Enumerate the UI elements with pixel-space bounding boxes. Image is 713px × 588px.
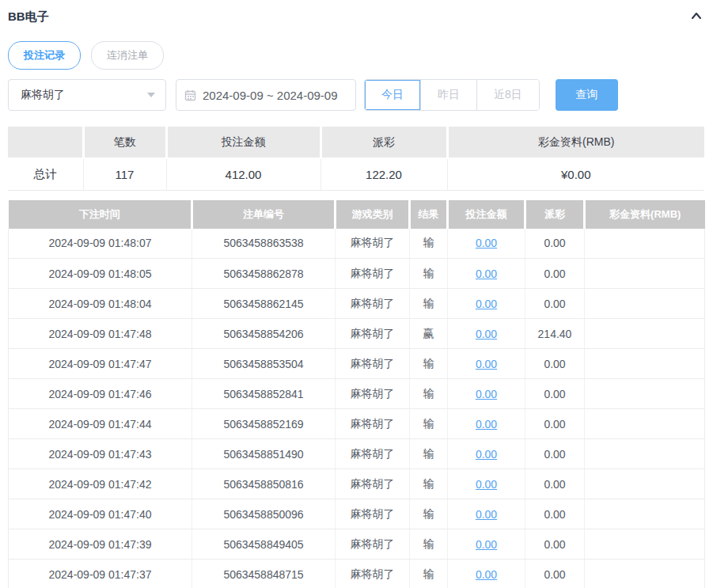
bet-amount-link[interactable]: 0.00 bbox=[476, 358, 497, 370]
chevron-down-icon bbox=[147, 93, 155, 97]
cell-bet-amount: 0.00 bbox=[448, 349, 525, 379]
cell-bet-number: 5063458848715 bbox=[192, 560, 336, 588]
cell-payout: 0.00 bbox=[525, 229, 585, 259]
quick-filter-yesterday[interactable]: 昨日 bbox=[421, 80, 477, 110]
cell-bonus bbox=[585, 529, 705, 560]
query-button[interactable]: 查询 bbox=[556, 79, 618, 111]
tab-bet-records[interactable]: 投注记录 bbox=[8, 41, 81, 70]
cell-bet-number: 5063458862145 bbox=[192, 289, 336, 319]
bet-amount-link[interactable]: 0.00 bbox=[476, 478, 497, 491]
cell-bet-number: 5063458850096 bbox=[192, 499, 336, 529]
cell-payout: 0.00 bbox=[525, 529, 585, 560]
cell-bet-amount: 0.00 bbox=[448, 229, 525, 259]
bet-amount-link[interactable]: 0.00 bbox=[476, 328, 497, 340]
cell-game-type: 麻将胡了 bbox=[336, 289, 410, 319]
bet-amount-link[interactable]: 0.00 bbox=[476, 388, 497, 400]
cell-bet-number: 5063458853504 bbox=[192, 349, 336, 379]
records-tbody: 2024-09-09 01:48:07 5063458863538 麻将胡了 输… bbox=[9, 229, 705, 588]
cell-bonus bbox=[585, 409, 705, 439]
cell-bet-amount: 0.00 bbox=[448, 259, 525, 289]
table-row: 2024-09-09 01:47:47 5063458853504 麻将胡了 输… bbox=[9, 349, 705, 379]
cell-game-type: 麻将胡了 bbox=[336, 529, 410, 560]
game-select-value: 麻将胡了 bbox=[21, 88, 65, 102]
panel-header: BB电子 bbox=[8, 8, 705, 25]
calendar-icon bbox=[184, 89, 196, 101]
cell-game-type: 麻将胡了 bbox=[336, 469, 410, 499]
cell-bet-time: 2024-09-09 01:47:46 bbox=[9, 379, 192, 409]
date-range-value: 2024-09-09 ~ 2024-09-09 bbox=[203, 89, 338, 102]
table-row: 2024-09-09 01:48:05 5063458862878 麻将胡了 输… bbox=[9, 259, 705, 289]
bet-amount-link[interactable]: 0.00 bbox=[476, 267, 497, 280]
cell-bonus bbox=[585, 499, 705, 529]
cell-bet-time: 2024-09-09 01:48:07 bbox=[9, 229, 192, 259]
summary-total-count: 117 bbox=[83, 158, 166, 190]
table-row: 2024-09-09 01:47:43 5063458851490 麻将胡了 输… bbox=[9, 439, 705, 469]
cell-bet-time: 2024-09-09 01:47:44 bbox=[9, 409, 192, 439]
summary-header-row: 笔数 投注金额 派彩 彩金资料(RMB) bbox=[8, 127, 704, 158]
cell-payout: 0.00 bbox=[525, 469, 585, 499]
cell-bonus bbox=[585, 259, 705, 289]
cell-bet-number: 5063458851490 bbox=[192, 439, 336, 469]
table-row: 2024-09-09 01:47:40 5063458850096 麻将胡了 输… bbox=[9, 499, 705, 529]
bet-amount-link[interactable]: 0.00 bbox=[476, 298, 497, 310]
cell-bet-amount: 0.00 bbox=[448, 439, 525, 469]
cell-payout: 0.00 bbox=[525, 289, 585, 319]
bet-amount-link[interactable]: 0.00 bbox=[476, 237, 497, 249]
chevron-up-icon bbox=[689, 9, 704, 25]
collapse-panel-button[interactable] bbox=[688, 8, 705, 25]
table-row: 2024-09-09 01:47:44 5063458852169 麻将胡了 输… bbox=[9, 409, 705, 439]
cell-bet-time: 2024-09-09 01:48:04 bbox=[9, 289, 192, 319]
cell-payout: 214.40 bbox=[525, 319, 585, 349]
cell-bet-number: 5063458850816 bbox=[192, 469, 336, 499]
tab-cancelled-bets[interactable]: 连消注单 bbox=[91, 41, 164, 70]
cell-game-type: 麻将胡了 bbox=[336, 229, 410, 259]
cell-bet-time: 2024-09-09 01:47:47 bbox=[9, 349, 192, 379]
cell-result: 输 bbox=[410, 409, 448, 439]
summary-header-payout: 派彩 bbox=[320, 127, 447, 158]
cell-bonus bbox=[585, 560, 705, 588]
cell-game-type: 麻将胡了 bbox=[336, 499, 410, 529]
cell-result: 输 bbox=[410, 439, 448, 469]
cell-result: 输 bbox=[410, 529, 448, 560]
quick-filter-today[interactable]: 今日 bbox=[365, 80, 421, 110]
summary-total-row: 总计 117 412.00 122.20 ¥0.00 bbox=[8, 158, 704, 190]
table-row: 2024-09-09 01:47:39 5063458849405 麻将胡了 输… bbox=[9, 529, 705, 560]
summary-total-bet-amount: 412.00 bbox=[166, 158, 320, 190]
summary-header-count: 笔数 bbox=[83, 127, 166, 158]
game-select[interactable]: 麻将胡了 bbox=[8, 79, 166, 111]
bet-amount-link[interactable]: 0.00 bbox=[476, 448, 497, 461]
bet-amount-link[interactable]: 0.00 bbox=[476, 568, 497, 581]
cell-bonus bbox=[585, 229, 705, 259]
page-title: BB电子 bbox=[8, 9, 49, 25]
cell-bet-time: 2024-09-09 01:47:40 bbox=[9, 499, 192, 529]
cell-bet-time: 2024-09-09 01:47:39 bbox=[9, 529, 192, 560]
cell-bet-amount: 0.00 bbox=[448, 409, 525, 439]
quick-filter-last8days[interactable]: 近8日 bbox=[477, 80, 539, 110]
table-row: 2024-09-09 01:47:37 5063458848715 麻将胡了 输… bbox=[9, 560, 705, 588]
cell-bet-number: 5063458849405 bbox=[192, 529, 336, 560]
cell-game-type: 麻将胡了 bbox=[336, 349, 410, 379]
cell-payout: 0.00 bbox=[525, 439, 585, 469]
cell-payout: 0.00 bbox=[525, 499, 585, 529]
cell-payout: 0.00 bbox=[525, 409, 585, 439]
cell-bonus bbox=[585, 379, 705, 409]
bet-amount-link[interactable]: 0.00 bbox=[476, 508, 497, 521]
summary-total-bonus: ¥0.00 bbox=[447, 158, 704, 190]
date-range-input[interactable]: 2024-09-09 ~ 2024-09-09 bbox=[176, 79, 356, 111]
cell-result: 输 bbox=[410, 349, 448, 379]
cell-bet-time: 2024-09-09 01:47:42 bbox=[9, 469, 192, 499]
cell-result: 输 bbox=[410, 229, 448, 259]
table-row: 2024-09-09 01:47:48 5063458854206 麻将胡了 赢… bbox=[9, 319, 705, 349]
summary-total-payout: 122.20 bbox=[320, 158, 447, 190]
records-header-bonus: 彩金资料(RMB) bbox=[585, 200, 705, 229]
cell-bonus bbox=[585, 469, 705, 499]
bet-amount-link[interactable]: 0.00 bbox=[476, 418, 497, 431]
cell-bonus bbox=[585, 319, 705, 349]
cell-result: 输 bbox=[410, 560, 448, 588]
cell-payout: 0.00 bbox=[525, 379, 585, 409]
bet-amount-link[interactable]: 0.00 bbox=[476, 538, 497, 551]
table-row: 2024-09-09 01:48:07 5063458863538 麻将胡了 输… bbox=[9, 229, 705, 259]
cell-bet-time: 2024-09-09 01:47:48 bbox=[9, 319, 192, 349]
summary-total-label: 总计 bbox=[8, 158, 83, 190]
cell-bet-amount: 0.00 bbox=[448, 560, 525, 588]
